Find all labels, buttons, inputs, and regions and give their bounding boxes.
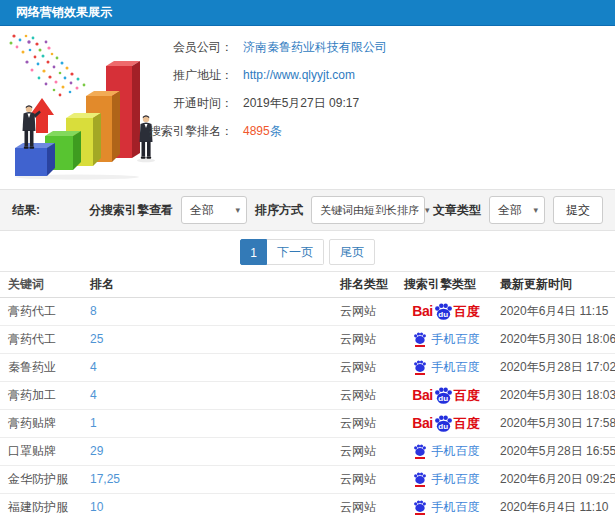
col-rank: 排名 — [90, 272, 210, 297]
open-time-value: 2019年5月27日 09:17 — [243, 95, 359, 112]
table-row: 口罩贴牌 29 云网站 Baidu百度 手机百度 2020年5月28日 16:5… — [0, 438, 615, 466]
keyword-cell: 膏药加工 — [8, 382, 88, 409]
sort-label: 排序方式 — [255, 202, 303, 219]
keyword-cell: 膏药代工 — [8, 298, 88, 325]
updated-cell: 2020年5月28日 17:02 — [500, 354, 612, 381]
baidu-logo: Baidu百度 — [412, 298, 479, 325]
search-engine-cell: Baidu百度 手机百度 — [400, 410, 492, 437]
baidu-paw-icon: du — [434, 387, 453, 404]
next-page-button[interactable]: 下一页 — [267, 239, 324, 265]
results-table: 关键词 排名 排名类型 搜索引擎类型 最新更新时间 膏药代工 8 云网站 Bai… — [0, 271, 615, 520]
col-updated: 最新更新时间 — [500, 272, 612, 297]
title-bar: 网络营销效果展示 — [0, 0, 615, 26]
search-engine-cell: Baidu百度 手机百度 — [400, 494, 492, 520]
engine-rank-count: 4895 — [243, 124, 270, 138]
chevron-down-icon: ▾ — [235, 205, 240, 215]
updated-cell: 2020年5月30日 18:03 — [500, 382, 612, 409]
marketing-report-page: 网络营销效果展示 — [0, 0, 615, 520]
rank-link[interactable]: 4 — [90, 382, 210, 409]
search-engine-cell: Baidu百度 手机百度 — [400, 298, 492, 325]
baidu-logo-cn: 百度 — [454, 382, 480, 409]
engine-filter-value: 全部 — [190, 202, 214, 219]
rank-type-cell: 云网站 — [340, 438, 400, 465]
keyword-cell: 金华防护服 — [8, 466, 88, 493]
rank-type-cell: 云网站 — [340, 298, 400, 325]
updated-cell: 2020年5月30日 17:58 — [500, 410, 612, 437]
company-info-panel: 会员公司： 济南秦鲁药业科技有限公司 推广地址： http://www.qlyy… — [58, 33, 598, 145]
submit-button[interactable]: 提交 — [553, 196, 603, 224]
col-keyword: 关键词 — [8, 272, 88, 297]
pagination: 1 下一页 尾页 — [0, 239, 615, 265]
baidu-logo-cn: 百度 — [454, 410, 480, 437]
chevron-down-icon: ▾ — [425, 205, 430, 215]
engine-filter-select[interactable]: 全部 ▾ — [181, 196, 247, 224]
baidu-paw-icon: du — [434, 415, 453, 432]
table-row: 秦鲁药业 4 云网站 Baidu百度 手机百度 2020年5月28日 17:02 — [0, 354, 615, 382]
article-type-value: 全部 — [498, 202, 522, 219]
page-title: 网络营销效果展示 — [0, 0, 615, 25]
rank-link[interactable]: 17,25 — [90, 466, 210, 493]
rank-link[interactable]: 25 — [90, 326, 210, 353]
sort-select[interactable]: 关键词由短到长排序 ▾ — [311, 196, 425, 224]
col-rank-type: 排名类型 — [340, 272, 400, 297]
table-row: 福建防护服 10 云网站 Baidu百度 手机百度 2020年6月4日 11:1… — [0, 494, 615, 520]
table-row: 膏药加工 4 云网站 Baidu百度 手机百度 2020年5月30日 18:03 — [0, 382, 615, 410]
mobile-baidu-label: 手机百度 — [432, 438, 480, 465]
mobile-baidu-logo: 手机百度 — [413, 326, 480, 353]
baidu-logo: Baidu百度 — [412, 410, 479, 437]
table-header-row: 关键词 排名 排名类型 搜索引擎类型 最新更新时间 — [0, 272, 615, 298]
last-page-button[interactable]: 尾页 — [329, 239, 375, 265]
keyword-cell: 福建防护服 — [8, 494, 88, 520]
article-type-label: 文章类型 — [433, 202, 481, 219]
filter-controls: 分搜索引擎查看 全部 ▾ 排序方式 关键词由短到长排序 ▾ 文章类型 全部 ▾ … — [89, 196, 603, 224]
mobile-baidu-paw-icon — [413, 472, 427, 487]
table-row: 膏药贴牌 1 云网站 Baidu百度 手机百度 2020年5月30日 17:58 — [0, 410, 615, 438]
rank-link[interactable]: 29 — [90, 438, 210, 465]
mobile-baidu-logo: 手机百度 — [413, 494, 480, 520]
baidu-logo-text: Bai — [412, 410, 432, 437]
engine-filter-label: 分搜索引擎查看 — [89, 202, 173, 219]
rank-link[interactable]: 1 — [90, 410, 210, 437]
rank-link[interactable]: 4 — [90, 354, 210, 381]
result-label: 结果: — [12, 202, 40, 219]
search-engine-cell: Baidu百度 手机百度 — [400, 354, 492, 381]
promo-url-row: 推广地址： http://www.qlyyjt.com — [58, 61, 598, 89]
search-engine-cell: Baidu百度 手机百度 — [400, 438, 492, 465]
rank-type-cell: 云网站 — [340, 494, 400, 520]
promo-url-label: 推广地址： — [58, 67, 233, 84]
baidu-logo-text: Bai — [412, 298, 432, 325]
mobile-baidu-logo: 手机百度 — [413, 438, 480, 465]
search-engine-cell: Baidu百度 手机百度 — [400, 382, 492, 409]
page-1-button[interactable]: 1 — [240, 239, 267, 265]
mobile-baidu-label: 手机百度 — [432, 354, 480, 381]
engine-rank-unit: 条 — [270, 124, 282, 138]
member-company-row: 会员公司： 济南秦鲁药业科技有限公司 — [58, 33, 598, 61]
keyword-cell: 口罩贴牌 — [8, 438, 88, 465]
member-company-link[interactable]: 济南秦鲁药业科技有限公司 — [243, 39, 387, 56]
updated-cell: 2020年6月20日 09:25 — [500, 466, 612, 493]
mobile-baidu-label: 手机百度 — [432, 326, 480, 353]
keyword-cell: 膏药贴牌 — [8, 410, 88, 437]
rank-link[interactable]: 10 — [90, 494, 210, 520]
rank-type-cell: 云网站 — [340, 410, 400, 437]
search-engine-cell: Baidu百度 手机百度 — [400, 326, 492, 353]
article-type-select[interactable]: 全部 ▾ — [489, 196, 545, 224]
mobile-baidu-paw-icon — [413, 360, 427, 375]
rank-type-cell: 云网站 — [340, 354, 400, 381]
keyword-cell: 膏药代工 — [8, 326, 88, 353]
updated-cell: 2020年5月30日 18:06 — [500, 326, 612, 353]
mobile-baidu-label: 手机百度 — [432, 494, 480, 520]
col-engine-type: 搜索引擎类型 — [404, 272, 496, 297]
keyword-cell: 秦鲁药业 — [8, 354, 88, 381]
table-row: 膏药代工 25 云网站 Baidu百度 手机百度 2020年5月30日 18:0… — [0, 326, 615, 354]
chevron-down-icon: ▾ — [533, 205, 538, 215]
open-time-label: 开通时间： — [58, 95, 233, 112]
baidu-logo: Baidu百度 — [412, 382, 479, 409]
updated-cell: 2020年6月4日 11:10 — [500, 494, 612, 520]
rank-link[interactable]: 8 — [90, 298, 210, 325]
baidu-paw-icon: du — [434, 303, 453, 320]
filter-bar: 结果: 分搜索引擎查看 全部 ▾ 排序方式 关键词由短到长排序 ▾ 文章类型 全… — [0, 189, 615, 231]
promo-url-link[interactable]: http://www.qlyyjt.com — [243, 68, 355, 82]
mobile-baidu-label: 手机百度 — [432, 466, 480, 493]
open-time-row: 开通时间： 2019年5月27日 09:17 — [58, 89, 598, 117]
